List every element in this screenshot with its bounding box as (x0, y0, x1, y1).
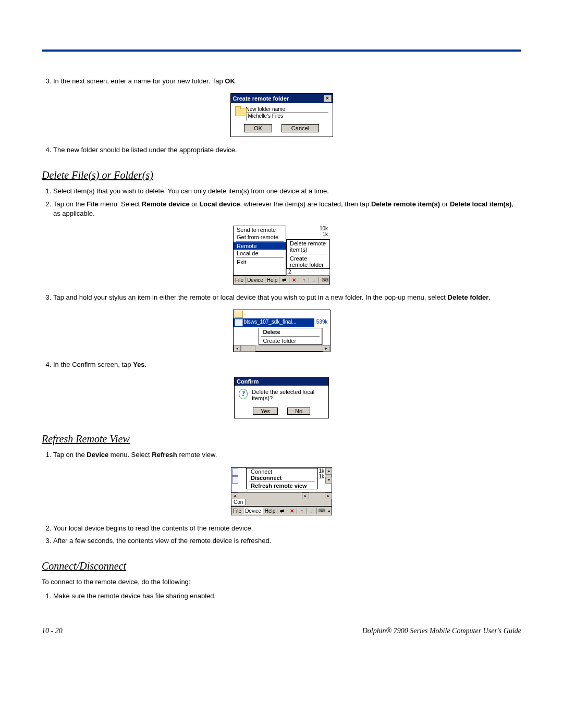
con-label: Con (231, 499, 246, 505)
sip-up-icon[interactable]: ▴ (327, 508, 332, 513)
delete-step-3: Tap and hold your stylus an item in eith… (53, 293, 521, 302)
page-number: 10 - 20 (42, 627, 63, 635)
context-menu: Delete Create folder (259, 328, 322, 345)
up-icon[interactable]: ↑ (299, 277, 309, 283)
down-icon[interactable]: ↓ (309, 277, 319, 283)
header-rule (42, 50, 521, 52)
menu-connect[interactable]: Connect (247, 468, 317, 475)
step-3: In the next screen, enter a name for you… (53, 77, 521, 86)
v-scrollbar[interactable]: ▴ ▾ (325, 468, 332, 484)
submenu-create[interactable]: Create remote folder (287, 255, 329, 268)
tb-device[interactable]: Device (243, 508, 263, 514)
confirm-titlebar: Confirm (235, 377, 328, 386)
delete-step-1: Select item(s) that you wish to delete. … (53, 187, 521, 196)
submenu-delete[interactable]: Delete remote item(s) (287, 240, 329, 253)
connect-step-1: Make sure the remote device has file sha… (53, 591, 521, 601)
delete-step-2: Tap on the File menu. Select Remote devi… (53, 200, 521, 218)
tb-file[interactable]: File (234, 277, 246, 283)
doc-icon (232, 476, 238, 484)
no-button[interactable]: No (287, 408, 310, 415)
menu-send[interactable]: Send to remote (234, 226, 286, 233)
device-menu-screenshot: 1k 1k ▴ ▾ Connect Disconnect Refresh rem… (231, 467, 332, 515)
file-menu-screenshot: Send to remote Get from remote Remote Lo… (233, 226, 330, 285)
up-icon[interactable]: ↑ (297, 508, 307, 514)
context-menu-screenshot: .. btsws_107_sdk_final... 539k Delete Cr… (233, 310, 331, 352)
tb-help[interactable]: Help (263, 508, 278, 514)
new-folder-input[interactable]: Michelle's Files (246, 112, 328, 121)
close-icon[interactable]: × (324, 95, 332, 102)
menu-remote[interactable]: Remote (234, 242, 286, 250)
disconnect-icon[interactable]: ✕ (289, 277, 299, 283)
heading-connect: Connect/Disconnect (42, 560, 521, 572)
question-icon: ? (239, 389, 248, 399)
menu-get[interactable]: Get from remote (234, 233, 286, 241)
scroll-down-icon[interactable]: ▾ (325, 477, 332, 484)
scroll-thumb[interactable] (241, 345, 255, 352)
file-size: 539k (314, 318, 330, 327)
heading-delete: Delete File(s) or Folder(s) (42, 169, 521, 181)
confirm-title: Confirm (237, 378, 259, 385)
keyboard-icon[interactable]: ⌨ (317, 508, 326, 513)
menu-exit[interactable]: Exit (234, 258, 286, 266)
yes-button[interactable]: Yes (253, 408, 278, 415)
dialog-title: Create remote folder (233, 95, 289, 102)
cancel-button[interactable]: Cancel (282, 124, 319, 132)
tb-help[interactable]: Help (265, 277, 280, 283)
confirm-dialog: Confirm ? Delete the selected local item… (234, 377, 329, 418)
folder-icon (235, 106, 244, 116)
folder-up-icon[interactable] (235, 311, 243, 318)
refresh-step-1: Tap on the Device menu. Select Refresh r… (53, 450, 521, 460)
doc-icon (232, 468, 238, 476)
disconnect-icon[interactable]: ✕ (287, 508, 297, 514)
guide-title: Dolphin® 7900 Series Mobile Computer Use… (362, 627, 521, 635)
scroll-left-icon[interactable]: ◂ (234, 345, 241, 352)
refresh-step-3: After a few seconds, the contents view o… (53, 536, 521, 546)
menu-local[interactable]: Local de (234, 250, 286, 257)
ok-button[interactable]: OK (244, 124, 272, 132)
dialog-titlebar: Create remote folder × (231, 94, 333, 103)
delete-step-4: In the Confirm screen, tap Yes. (53, 360, 521, 369)
parent-dir[interactable]: .. (244, 310, 330, 318)
new-folder-label: New folder name: (246, 106, 328, 112)
size-1k: 1k (286, 231, 330, 237)
heading-refresh: Refresh Remote View (42, 433, 521, 445)
size-10k: 10k (286, 226, 330, 231)
down-icon[interactable]: ↓ (307, 508, 317, 514)
link-icon[interactable]: ⇄ (277, 508, 287, 514)
tb-file[interactable]: File (231, 508, 243, 514)
connect-intro: To connect to the remote device, do the … (42, 577, 521, 587)
file-icon (235, 319, 243, 326)
confirm-message: Delete the selected local item(s)? (252, 389, 324, 401)
ctx-delete[interactable]: Delete (259, 328, 322, 336)
create-folder-dialog: Create remote folder × New folder name: … (230, 93, 333, 137)
scroll-right-icon[interactable]: ▸ (302, 492, 309, 499)
step-4: The new folder should be listed under th… (53, 145, 521, 155)
left-column (231, 468, 239, 484)
scroll-right-icon[interactable]: ▸ (323, 345, 330, 352)
scroll-up-icon[interactable]: ▴ (325, 468, 332, 475)
refresh-step-2: Your local device begins to read the con… (53, 524, 521, 533)
scroll-right2-icon[interactable]: ▸ (325, 492, 332, 499)
keyboard-icon[interactable]: ⌨ (321, 277, 329, 282)
menu-disconnect[interactable]: Disconnect (247, 475, 317, 481)
selected-file[interactable]: btsws_107_sdk_final... (244, 318, 314, 327)
scroll-left-icon[interactable]: ◂ (231, 492, 238, 499)
tb-device[interactable]: Device (246, 277, 265, 283)
menu-refresh[interactable]: Refresh remote view (247, 483, 317, 489)
link-icon[interactable]: ⇄ (279, 277, 289, 283)
ctx-create-folder[interactable]: Create folder (259, 337, 322, 344)
